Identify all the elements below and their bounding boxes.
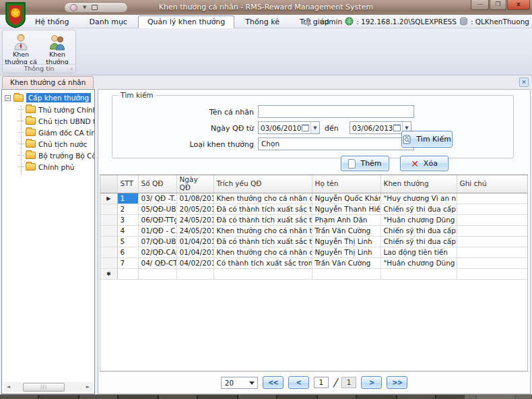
grid-cell[interactable]: 01/04/2011 (176, 247, 213, 257)
first-page-button[interactable]: << (263, 376, 284, 389)
tree-item[interactable]: Thủ tướng Chính phủ (2, 104, 94, 115)
grid-cell[interactable]: Khen thưởng cho cá nhân có thành tí... (213, 247, 312, 257)
new-row[interactable]: ✱ (100, 268, 528, 279)
grid-cell[interactable]: 04/02/2011 (176, 257, 213, 268)
grid-cell[interactable]: 4 (117, 225, 138, 236)
grid-cell[interactable] (457, 204, 528, 214)
grid-cell[interactable]: Đã có thành tích xuất sắc trong phon... (213, 236, 312, 247)
tree-item[interactable]: Chủ tịch nước (2, 138, 94, 150)
grid-cell[interactable] (117, 268, 138, 279)
grid-cell[interactable]: Trần Văn Cường (312, 257, 380, 268)
grid-cell[interactable]: Trần Văn Cường (312, 225, 380, 236)
grid-cell[interactable]: "Huy chương Vì an ninh Tổ ... (380, 193, 457, 204)
search-button[interactable]: Tìm Kiếm (401, 131, 453, 148)
grid-cell[interactable] (138, 268, 176, 279)
current-page-input[interactable]: 1 (314, 377, 329, 388)
grid-cell[interactable]: 7 (117, 257, 138, 268)
grid-cell[interactable] (457, 268, 528, 279)
row-selector[interactable] (100, 236, 117, 247)
grid-cell[interactable]: Chiến sỹ thi đua cấp tỉnh (380, 236, 457, 247)
row-selector[interactable] (100, 225, 117, 236)
table-row[interactable]: 205/QĐ-UB...20/05/2012Đã có thành tích x… (100, 204, 528, 214)
grid-cell[interactable]: 5 (117, 236, 138, 247)
tree-root[interactable]: − Cấp khen thưởng (5, 93, 94, 102)
grid-cell[interactable]: Khen thưởng cho cá nhân trong việc ... (213, 225, 312, 236)
tab-thong-ke[interactable]: Thống kê (236, 16, 289, 28)
grid-cell[interactable]: 07/QĐ-UB... (138, 236, 176, 247)
next-page-button[interactable]: > (361, 376, 382, 389)
grid-cell[interactable]: 05/QĐ-UB... (138, 204, 176, 214)
grid-cell[interactable] (457, 225, 528, 236)
col-khen-thuong[interactable]: Khen thưởng (380, 175, 457, 193)
grid-cell[interactable]: 3 (117, 214, 138, 225)
scroll-right-icon[interactable]: ► (83, 382, 93, 392)
row-selector[interactable]: ▶ (100, 193, 117, 204)
close-button[interactable]: x (507, 0, 530, 10)
grid-cell[interactable]: 01/04/2011 (176, 236, 213, 247)
tab-quan-ly-khen-thuong[interactable]: Quản lý khen thưởng (138, 16, 234, 28)
calendar-icon[interactable] (393, 124, 401, 131)
grid-cell[interactable] (176, 268, 213, 279)
last-page-button[interactable]: >> (387, 376, 407, 389)
tab-danh-muc[interactable]: Danh mục (80, 16, 137, 28)
col-ho-ten[interactable]: Họ tên (312, 175, 380, 193)
grid-cell[interactable]: Nguyễn Thanh Hiền (312, 204, 380, 214)
grid-cell[interactable]: "Huân chương Dũng cảm" (380, 257, 457, 268)
grid-cell[interactable]: 04/ QĐ-CTN (138, 257, 176, 268)
grid-cell[interactable]: 01/08/2012 (176, 193, 213, 204)
grid-cell[interactable]: Đã có thành tích xuất sắc trong phon... (213, 204, 312, 214)
delete-button[interactable]: ✕ Xóa (400, 156, 448, 171)
row-selector[interactable] (100, 214, 117, 225)
tree-item[interactable]: Giám đốc CA tỉnh Bình (2, 127, 94, 138)
grid-cell[interactable]: Có thành tích xuất sắc trong phòng c... (213, 257, 312, 268)
table-row[interactable]: 507/QĐ-UB...01/04/2011Đã có thành tích x… (100, 236, 528, 247)
table-row[interactable]: 602/QĐ-CABT01/04/2011Khen thưởng cho cá … (100, 247, 528, 257)
name-input[interactable] (258, 105, 414, 118)
tree-item[interactable]: Chính phủ (2, 161, 94, 173)
col-trich-yeu[interactable]: Trích yếu QĐ (213, 175, 312, 193)
grid-cell[interactable]: 01/QĐ - C... (138, 225, 176, 236)
grid-cell[interactable]: 24/05/2011 (176, 225, 213, 236)
grid-cell[interactable]: 06/QĐ-TTg (138, 214, 176, 225)
grid-cell[interactable]: 02/QĐ-CABT (138, 247, 176, 257)
row-selector[interactable] (100, 257, 117, 268)
grid-cell[interactable]: Nguyễn Quốc Khánh (312, 193, 380, 204)
grid-cell[interactable]: Đã có thành tích xuất sắc trong công... (213, 214, 312, 225)
col-so-qd[interactable]: Số QĐ (138, 175, 176, 193)
add-button[interactable]: Thêm (341, 156, 389, 171)
grid-cell[interactable]: Phạm Anh Dân (312, 214, 380, 225)
grid-cell[interactable] (457, 247, 528, 257)
tree-item[interactable]: Bộ trưởng Bộ Công an (2, 150, 94, 161)
col-ghi-chu[interactable]: Ghi chú (457, 175, 528, 193)
table-row[interactable]: 401/QĐ - C...24/05/2011Khen thưởng cho c… (100, 225, 528, 236)
grid-cell[interactable] (457, 193, 528, 204)
grid-cell[interactable]: 6 (117, 247, 138, 257)
prev-page-button[interactable]: < (288, 376, 309, 389)
maximize-button[interactable]: ❐ (490, 0, 506, 10)
grid-cell[interactable] (457, 236, 528, 247)
col-ngay-qd[interactable]: Ngày QĐ (176, 175, 213, 193)
date-from-picker[interactable]: 03/06/2010 ▼ (258, 121, 320, 134)
grid-cell[interactable]: Chiến sỹ thi đua cấp tỉnh (380, 204, 457, 214)
grid-cell[interactable]: "Huân chương Dũng cảm" (380, 214, 457, 225)
row-selector[interactable] (100, 204, 117, 214)
grid-cell[interactable]: Nguyễn Thị Linh (312, 236, 380, 247)
grid-cell[interactable]: 2 (117, 204, 138, 214)
grid-cell[interactable]: Nguyễn Thị Linh (312, 247, 380, 257)
doc-close-icon[interactable]: ✕ (519, 78, 529, 87)
scrollbar-thumb[interactable]: ||| (23, 383, 65, 392)
row-selector[interactable] (100, 247, 117, 257)
grid-cell[interactable] (457, 214, 528, 225)
calendar-icon[interactable] (302, 124, 309, 131)
grid-cell[interactable]: Lao động tiên tiến (380, 247, 457, 257)
grid-cell[interactable]: Chiến sỹ thi đua cấp tỉnh (380, 225, 457, 236)
minimize-button[interactable]: — (471, 0, 489, 10)
grid-cell[interactable]: 20/05/2012 (176, 204, 213, 214)
grid-cell[interactable]: Khen thưởng cho cá nhân có thành tí... (213, 193, 312, 204)
col-stt[interactable]: STT (117, 175, 138, 193)
grid-cell[interactable]: 24/05/2011 (176, 214, 213, 225)
grid-cell[interactable] (380, 268, 457, 279)
tab-he-thong[interactable]: Hệ thống (26, 16, 79, 28)
grid-cell[interactable] (213, 268, 312, 279)
ribbon-group-label[interactable]: Thông tin › (3, 64, 75, 73)
